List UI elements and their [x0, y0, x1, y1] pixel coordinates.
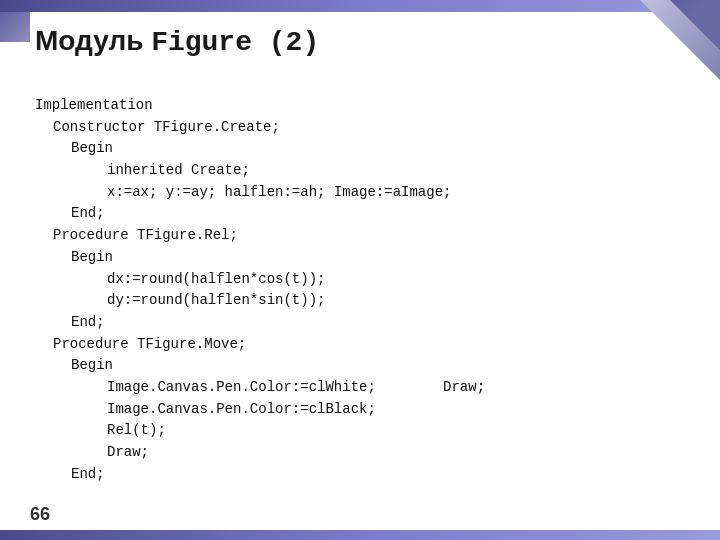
code-line: dy:=round(halflen*sin(t));	[35, 290, 700, 312]
slide-title: Модуль Figure (2)	[35, 25, 590, 58]
slide-content: ImplementationConstructor TFigure.Create…	[35, 95, 700, 500]
code-line: Constructor TFigure.Create;	[35, 117, 700, 139]
code-line: Implementation	[35, 95, 700, 117]
code-line: Begin	[35, 355, 700, 377]
code-line: inherited Create;	[35, 160, 700, 182]
code-line: Procedure TFigure.Rel;	[35, 225, 700, 247]
title-text: Модуль	[35, 25, 151, 56]
slide-number: 66	[30, 504, 50, 525]
code-line: Rel(t);	[35, 420, 700, 442]
code-line: Draw;	[35, 442, 700, 464]
code-line: Image.Canvas.Pen.Color:=clBlack;	[35, 399, 700, 421]
code-line: Begin	[35, 138, 700, 160]
slide-container: Модуль Figure (2) ImplementationConstruc…	[0, 0, 720, 540]
code-line: x:=ax; y:=ay; halflen:=ah; Image:=aImage…	[35, 182, 700, 204]
title-mono: Figure (2)	[151, 27, 319, 58]
code-line: dx:=round(halflen*cos(t));	[35, 269, 700, 291]
corner-decoration	[600, 0, 720, 80]
code-line: Procedure TFigure.Move;	[35, 334, 700, 356]
code-line: End;	[35, 464, 700, 486]
bottom-bar-decoration	[0, 530, 720, 540]
code-line: Image.Canvas.Pen.Color:=clWhite; Draw;	[35, 377, 700, 399]
top-left-decoration	[0, 12, 30, 42]
code-line: Begin	[35, 247, 700, 269]
code-line: End;	[35, 203, 700, 225]
code-line: End;	[35, 312, 700, 334]
